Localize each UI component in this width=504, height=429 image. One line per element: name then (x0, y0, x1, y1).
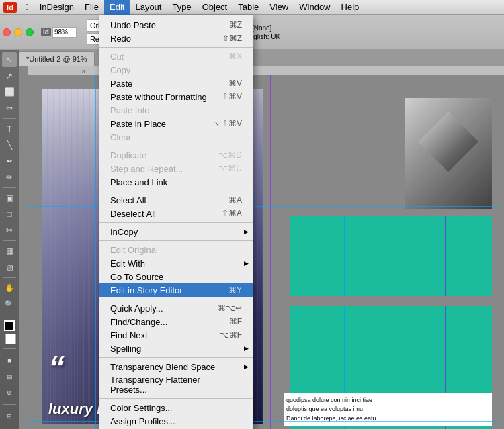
menu-sep-4 (99, 222, 253, 223)
right-content-area: quodipsa dolute con niminci tiae dolupti… (284, 85, 499, 429)
menu-sep-7 (99, 357, 253, 358)
menu-item-spelling[interactable]: Spelling (99, 342, 253, 355)
rectangle-tool[interactable]: □ (2, 207, 17, 222)
menu-table[interactable]: Table (233, 0, 264, 15)
gradient-swatch-tool[interactable]: ▦ (2, 244, 17, 258)
menu-item-find-change[interactable]: Find/Change... ⌘F (99, 315, 253, 328)
indesign-logo-icon: Id (3, 2, 17, 13)
menu-item-duplicate[interactable]: Duplicate ⌥⌘D (99, 148, 253, 162)
type-tool[interactable]: T (2, 122, 17, 136)
hand-tool[interactable]: ✋ (2, 281, 17, 295)
apply-gradient-button[interactable]: ▤ (2, 369, 17, 384)
menu-item-edit-with[interactable]: Edit With (99, 256, 253, 270)
fashion-quote-mark: “ (48, 350, 65, 385)
zoom-tool[interactable]: 🔍 (2, 297, 17, 312)
menu-item-paste[interactable]: Paste ⌘V (99, 77, 253, 90)
line-tool[interactable]: ╲ (2, 138, 17, 152)
menu-sep-2 (99, 146, 253, 146)
edit-dropdown-menu: Undo Paste ⌘Z Redo ⇧⌘Z Cut ⌘X Copy Paste… (99, 15, 253, 429)
menu-help[interactable]: Help (336, 0, 365, 15)
grey-image-block (405, 98, 492, 209)
menu-type[interactable]: Type (167, 0, 196, 15)
menu-item-edit-in-story-editor[interactable]: Edit in Story Editor ⌘Y (99, 283, 253, 297)
window-close-button[interactable] (3, 28, 11, 36)
direct-selection-tool[interactable]: ↗ (2, 68, 17, 83)
body-text-line2: doluptis que ea voluptas imu (286, 405, 489, 414)
selection-tool[interactable]: ↖ (2, 52, 17, 67)
tool-separator-5 (3, 316, 16, 316)
tool-separator-2 (3, 187, 16, 188)
rectangle-frame-tool[interactable]: ▣ (2, 191, 17, 205)
page-tool[interactable]: ⬜ (2, 85, 17, 99)
zoom-input[interactable] (52, 27, 77, 38)
guide-v-pink (270, 75, 271, 429)
menu-item-place-link[interactable]: Place and Link (99, 175, 253, 189)
window-controls (3, 28, 34, 36)
menu-item-copy[interactable]: Copy (99, 63, 253, 77)
crystal-shape (418, 111, 478, 172)
menu-item-undo-paste[interactable]: Undo Paste ⌘Z (99, 18, 253, 32)
apply-color-button[interactable]: ■ (2, 353, 17, 368)
menu-layout[interactable]: Layout (130, 0, 167, 15)
gap-tool[interactable]: ⇔ (2, 101, 17, 115)
menu-indesign[interactable]: InDesign (34, 0, 79, 15)
window-minimize-button[interactable] (14, 28, 22, 36)
stroke-color-swatch[interactable] (5, 334, 16, 344)
document-area: *Untitled-2 @ 91% 8 9 10 11 “ (19, 50, 504, 429)
menu-apple[interactable]:  (20, 0, 34, 15)
menu-item-paste-in-place[interactable]: Paste in Place ⌥⇧⌘V (99, 117, 253, 130)
menu-sep-8 (99, 398, 253, 399)
menu-bar: Id  InDesign File Edit Layout Type Obje… (0, 0, 504, 15)
id-badge: Id (41, 28, 51, 36)
menu-item-paste-into[interactable]: Paste Into (99, 103, 253, 117)
menu-sep-1 (99, 47, 253, 48)
canvas-area: 8 9 10 11 “ luxury is the (19, 66, 504, 429)
tool-separator-6 (3, 348, 16, 349)
menu-item-go-to-source[interactable]: Go To Source (99, 270, 253, 283)
tools-panel: ↖ ↗ ⬜ ⇔ T ╲ ✒ ✏ ▣ □ ✂ ▦ ▧ ✋ 🔍 ■ ▤ ⊘ ⊞ (0, 50, 19, 429)
menu-item-transparency-flattener-presets[interactable]: Transparency Flattener Presets... (99, 373, 253, 396)
fill-color-swatch[interactable] (4, 320, 15, 331)
teal-block-top (290, 216, 492, 296)
tool-separator-1 (3, 118, 16, 119)
menu-sep-6 (99, 299, 253, 299)
tool-separator-7 (3, 404, 16, 405)
menu-item-select-all[interactable]: Select All ⌘A (99, 193, 253, 207)
gradient-feather-tool[interactable]: ▧ (2, 260, 17, 275)
app-logo: Id (0, 0, 20, 15)
pencil-tool[interactable]: ✏ (2, 170, 17, 185)
body-text-line1: quodipsa dolute con niminci tiae (286, 396, 489, 406)
menu-view[interactable]: View (264, 0, 294, 15)
menu-object[interactable]: Object (197, 0, 233, 15)
menu-window[interactable]: Window (294, 0, 335, 15)
menu-item-paste-without-formatting[interactable]: Paste without Formatting ⇧⌘V (99, 90, 253, 103)
menu-file[interactable]: File (79, 0, 104, 15)
tab-bar: *Untitled-2 @ 91% (19, 50, 504, 66)
menu-item-color-settings[interactable]: Color Settings... (99, 401, 253, 414)
guide-pink-right (263, 89, 263, 424)
menu-item-incopy[interactable]: InCopy (99, 225, 253, 238)
none-label: [None] (252, 24, 271, 32)
guide-v-teal1 (344, 216, 345, 296)
document-tab[interactable]: *Untitled-2 @ 91% (19, 51, 95, 66)
menu-item-assign-profiles[interactable]: Assign Profiles... (99, 414, 253, 428)
menu-sep-5 (99, 240, 253, 241)
guide-v-1 (95, 75, 96, 429)
menu-item-deselect-all[interactable]: Deselect All ⇧⌘A (99, 207, 253, 220)
tool-separator-3 (3, 240, 16, 241)
pen-tool[interactable]: ✒ (2, 154, 17, 169)
menu-item-redo[interactable]: Redo ⇧⌘Z (99, 32, 253, 45)
menu-item-find-next[interactable]: Find Next ⌥⌘F (99, 328, 253, 342)
fashion-quote: “ (48, 352, 65, 384)
menu-item-quick-apply[interactable]: Quick Apply... ⌘⌥↩ (99, 301, 253, 315)
scissors-tool[interactable]: ✂ (2, 223, 17, 238)
menu-item-transparency-blend-space[interactable]: Transparency Blend Space (99, 360, 253, 373)
menu-item-clear[interactable]: Clear (99, 130, 253, 144)
menu-item-edit-original[interactable]: Edit Original (99, 243, 253, 256)
window-maximize-button[interactable] (26, 28, 34, 36)
menu-edit[interactable]: Edit (104, 0, 130, 15)
menu-item-step-repeat[interactable]: Step and Repeat... ⌥⌘U (99, 162, 253, 175)
apply-none-button[interactable]: ⊘ (2, 385, 17, 400)
menu-item-cut[interactable]: Cut ⌘X (99, 50, 253, 63)
guide-v-purple1 (445, 216, 446, 296)
